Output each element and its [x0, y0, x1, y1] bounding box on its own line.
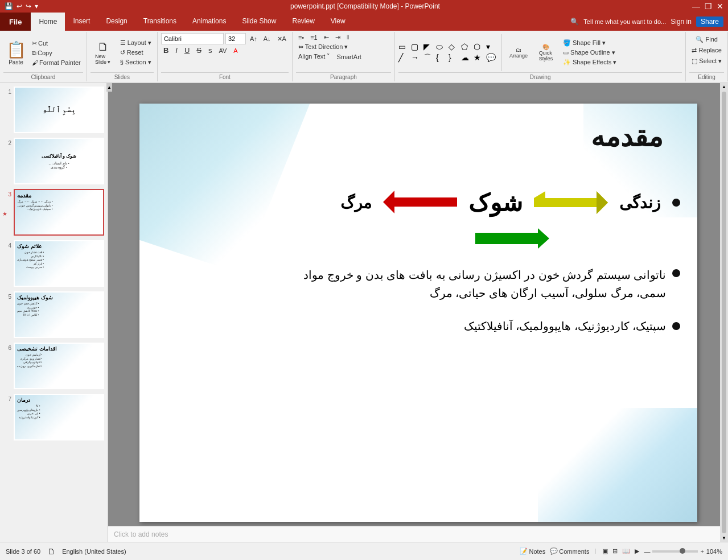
italic-button[interactable]: I — [173, 46, 180, 55]
tab-review[interactable]: Review — [284, 13, 322, 31]
format-painter-button[interactable]: 🖌 Format Painter — [30, 59, 83, 67]
minimize-icon[interactable]: — — [692, 2, 700, 11]
maximize-icon[interactable]: ❐ — [705, 2, 712, 11]
slide-thumbnail-2[interactable]: شوک و آنافیلاکسی • نام استاد: ...• گروه … — [14, 138, 104, 184]
vertical-scrollbar[interactable]: ▲ ▼ — [720, 83, 728, 542]
comments-btn[interactable]: 💬 Comments — [550, 547, 589, 555]
section-button[interactable]: § Section ▾ — [118, 58, 154, 67]
shape-curve-icon[interactable]: ⌒ — [423, 53, 435, 63]
char-spacing-button[interactable]: AV — [216, 47, 229, 55]
language-indicator[interactable]: English (United States) — [62, 548, 126, 555]
shape-rtriangle-icon[interactable]: ◤ — [423, 42, 435, 52]
tab-slideshow[interactable]: Slide Show — [234, 13, 284, 31]
font-size-input[interactable]: 32 — [225, 33, 246, 44]
tab-transitions[interactable]: Transitions — [135, 13, 184, 31]
slide-thumb-3[interactable]: 3 ★ مقدمه • زندگی ←→ شوک ←→ مرگ • ناتوان… — [2, 188, 105, 237]
shape-bracket-icon[interactable]: { — [436, 53, 447, 63]
quick-styles-button[interactable]: 🎨 QuickStyles — [533, 42, 558, 64]
shape-line-icon[interactable]: ╱ — [398, 53, 410, 63]
copy-button[interactable]: ⧉ Copy — [30, 49, 83, 57]
shape-rounded-icon[interactable]: ▢ — [411, 42, 422, 52]
slide-canvas[interactable]: مقدمه زندگی — [139, 104, 697, 522]
redo-icon[interactable]: ↪ — [26, 2, 31, 10]
slide-thumbnail-6[interactable]: اقدامات تشخیصی • آزمایش خون• فشار ورید م… — [14, 343, 104, 389]
window-controls[interactable]: — ❐ ✕ — [692, 2, 723, 11]
notes-btn[interactable]: 📝 Notes — [520, 547, 545, 555]
increase-indent-button[interactable]: ⇥ — [333, 33, 343, 42]
slide-thumb-4[interactable]: 4 علائم شوک • افت فشار خون• تاکیکاردی• ت… — [2, 239, 105, 288]
new-slide-button[interactable]: 🗋 NewSlide ▾ — [91, 38, 116, 67]
replace-button[interactable]: ⇄ Replace — [689, 46, 723, 55]
shape-arrow-icon[interactable]: → — [411, 53, 422, 63]
slide-title[interactable]: مقدمه — [591, 121, 663, 153]
tab-design[interactable]: Design — [98, 13, 135, 31]
tab-home[interactable]: Home — [31, 13, 65, 31]
slide-canvas-area[interactable]: ▲ ▼ مقدمه زندگی — [108, 83, 728, 542]
reading-view-btn[interactable]: 📖 — [622, 547, 630, 555]
shadow-button[interactable]: s — [206, 46, 215, 55]
arrange-button[interactable]: 🗂 Arrange — [506, 44, 531, 61]
layout-button[interactable]: ☰ Layout ▾ — [118, 39, 154, 47]
zoom-out-btn[interactable]: — — [644, 548, 650, 555]
shape-oval-icon[interactable]: ⬭ — [436, 42, 447, 52]
search-placeholder[interactable]: Tell me what you want to do... — [583, 18, 666, 25]
slideshow-btn[interactable]: ▶ — [635, 547, 639, 555]
shape-cloud-icon[interactable]: ☁ — [461, 53, 472, 63]
scroll-thumb[interactable] — [722, 92, 726, 533]
tab-animations[interactable]: Animations — [184, 13, 234, 31]
shape-rect-icon[interactable]: ▭ — [398, 42, 410, 52]
numbering-button[interactable]: ≡1 — [308, 34, 320, 42]
zoom-level[interactable]: 104% — [706, 548, 722, 555]
shape-diamond-icon[interactable]: ◇ — [449, 42, 460, 52]
text-direction-button[interactable]: ⇔ Text Direction ▾ — [296, 43, 351, 51]
shape-fill-button[interactable]: 🪣 Shape Fill ▾ — [561, 39, 619, 47]
share-btn[interactable]: Share — [696, 17, 723, 27]
shape-star-icon[interactable]: ★ — [474, 53, 485, 63]
shrink-font-button[interactable]: A↓ — [261, 35, 273, 43]
undo-icon[interactable]: ↩ — [17, 2, 22, 10]
save-icon[interactable]: 💾 — [5, 2, 13, 10]
zoom-in-btn[interactable]: + — [700, 548, 704, 555]
font-color-button[interactable]: A — [231, 47, 240, 55]
shape-callout-icon[interactable]: 💬 — [486, 53, 497, 63]
scroll-up-btn[interactable]: ▲ — [721, 83, 727, 90]
slide-thumb-1[interactable]: 1 بِسْمِ ٱللَّٰهِ — [2, 85, 105, 134]
font-name-input[interactable]: Calibri — [161, 33, 224, 44]
tab-insert[interactable]: Insert — [65, 13, 98, 31]
scroll-down-btn[interactable]: ▼ — [721, 534, 727, 542]
bullets-button[interactable]: ≡• — [296, 34, 306, 42]
underline-button[interactable]: U — [182, 46, 192, 55]
shape-hexagon-icon[interactable]: ⬡ — [474, 42, 485, 52]
bold-button[interactable]: B — [161, 46, 171, 55]
slide-thumbnail-5[interactable]: شوک هیپوولمیک • کاهش حجم خون• خونریزی• %… — [14, 291, 104, 338]
slide-thumb-7[interactable]: 7 درمان • IV• داروهای وازوپرسور• اپی نفر… — [2, 393, 105, 442]
slide-thumbnail-3[interactable]: مقدمه • زندگی ←→ شوک ←→ مرگ • ناتوانی سی… — [14, 189, 104, 236]
close-icon[interactable]: ✕ — [717, 2, 723, 11]
grow-font-button[interactable]: A↑ — [248, 35, 260, 43]
slide-thumbnail-7[interactable]: درمان • IV• داروهای وازوپرسور• اپی نفرین… — [14, 394, 104, 440]
slide-thumbnail-1[interactable]: بِسْمِ ٱللَّٰهِ — [14, 87, 104, 133]
strikethrough-button[interactable]: S — [194, 46, 204, 55]
slide-thumb-2[interactable]: 2 شوک و آنافیلاکسی • نام استاد: ...• گرو… — [2, 137, 105, 186]
shape-brace-icon[interactable]: } — [449, 53, 460, 63]
notes-placeholder[interactable]: Click to add notes — [108, 526, 720, 542]
shape-pentagon-icon[interactable]: ⬠ — [461, 42, 472, 52]
cut-button[interactable]: ✂ Cut — [30, 39, 83, 48]
shape-outline-button[interactable]: ▭ Shape Outline ▾ — [561, 48, 619, 57]
shape-more-icon[interactable]: ▾ — [486, 42, 497, 52]
slide-thumb-5[interactable]: 5 شوک هیپوولمیک • کاهش حجم خون• خونریزی•… — [2, 290, 105, 339]
convert-smartart-button[interactable]: SmartArt — [334, 53, 363, 61]
find-button[interactable]: 🔍 Find — [693, 35, 719, 44]
select-button[interactable]: ⬚ Select ▾ — [689, 57, 724, 65]
columns-button[interactable]: ⫴ — [344, 33, 352, 42]
slide-thumbnail-4[interactable]: علائم شوک • افت فشار خون• تاکیکاردی• تغی… — [14, 240, 104, 287]
align-text-button[interactable]: Align Text ˅ — [296, 52, 333, 61]
tab-view[interactable]: View — [323, 13, 353, 31]
quick-access-toolbar[interactable]: 💾 ↩ ↪ ▾ — [5, 2, 38, 10]
clear-format-button[interactable]: ✕A — [275, 35, 289, 43]
zoom-slider[interactable] — [652, 550, 698, 553]
reset-button[interactable]: ↺ Reset — [118, 48, 154, 57]
slide-sorter-btn[interactable]: ⊞ — [612, 547, 618, 555]
shape-effects-button[interactable]: ✨ Shape Effects ▾ — [561, 58, 619, 67]
file-tab[interactable]: File — [0, 13, 31, 31]
